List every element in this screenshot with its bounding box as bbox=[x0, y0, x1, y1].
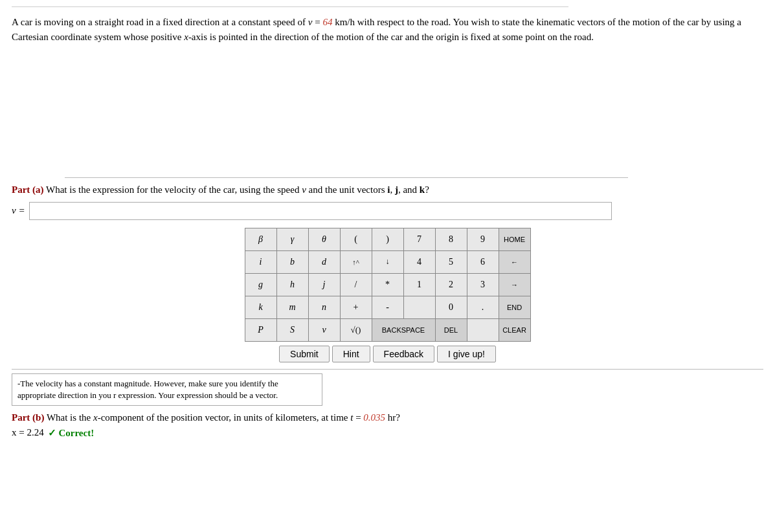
part-b-text: What is the x-component of the position … bbox=[47, 412, 400, 423]
key-d[interactable]: d bbox=[309, 251, 340, 273]
t-value: 0.035 bbox=[363, 412, 385, 423]
key-backspace-arrow[interactable]: ← bbox=[499, 251, 530, 273]
key-5[interactable]: 5 bbox=[436, 251, 467, 273]
keyboard-area: β γ θ ( ) 7 8 9 HOME i b d ↑^ ↓ 4 5 6 ← … bbox=[0, 225, 775, 366]
key-i[interactable]: i bbox=[245, 251, 276, 273]
problem-text: A car is moving on a straight road in a … bbox=[0, 7, 775, 50]
key-del[interactable]: DEL bbox=[436, 319, 467, 341]
key-0[interactable]: 0 bbox=[436, 296, 467, 318]
key-decimal[interactable]: . bbox=[467, 296, 499, 318]
v-equals-label: v = bbox=[12, 205, 25, 216]
key-k[interactable]: k bbox=[245, 296, 276, 318]
part-b-label: Part (b) bbox=[12, 412, 44, 423]
give-up-button[interactable]: I give up! bbox=[437, 346, 496, 362]
key-backspace[interactable]: BACKSPACE bbox=[372, 319, 435, 341]
speed-value: 64 bbox=[322, 17, 332, 27]
feedback-button[interactable]: Feedback bbox=[373, 346, 434, 362]
answer-b-value: x = 2.24 bbox=[12, 427, 44, 438]
bottom-divider bbox=[12, 369, 763, 370]
part-a-text: What is the expression for the velocity … bbox=[46, 184, 429, 195]
answer-b-row: x = 2.24 ✓ Correct! bbox=[0, 426, 775, 444]
key-open-paren[interactable]: ( bbox=[341, 228, 372, 250]
part-b-question: Part (b) What is the x-component of the … bbox=[0, 410, 775, 426]
key-empty-2 bbox=[467, 319, 499, 341]
key-minus[interactable]: - bbox=[372, 296, 403, 318]
key-divide[interactable]: / bbox=[341, 274, 372, 296]
velocity-answer-input[interactable] bbox=[29, 202, 612, 220]
key-forward-arrow[interactable]: → bbox=[499, 274, 530, 296]
keyboard-grid: β γ θ ( ) 7 8 9 HOME i b d ↑^ ↓ 4 5 6 ← … bbox=[245, 228, 531, 342]
key-j[interactable]: j bbox=[309, 274, 340, 296]
key-theta[interactable]: θ bbox=[309, 228, 340, 250]
section-divider bbox=[65, 177, 628, 178]
key-empty-1 bbox=[404, 296, 435, 318]
key-sqrt[interactable]: √() bbox=[341, 319, 372, 341]
key-up-caret[interactable]: ↑^ bbox=[341, 251, 372, 273]
key-beta[interactable]: β bbox=[245, 228, 276, 250]
key-n[interactable]: n bbox=[309, 296, 340, 318]
key-b[interactable]: b bbox=[277, 251, 308, 273]
key-m[interactable]: m bbox=[277, 296, 308, 318]
key-g[interactable]: g bbox=[245, 274, 276, 296]
key-9[interactable]: 9 bbox=[467, 228, 499, 250]
submit-button[interactable]: Submit bbox=[279, 346, 330, 362]
key-down-arrow[interactable]: ↓ bbox=[372, 251, 403, 273]
key-6[interactable]: 6 bbox=[467, 251, 499, 273]
key-clear[interactable]: CLEAR bbox=[499, 319, 530, 341]
part-a-label: Part (a) bbox=[12, 184, 44, 195]
hint-button[interactable]: Hint bbox=[332, 346, 370, 362]
correct-label: ✓ Correct! bbox=[48, 427, 94, 439]
key-2[interactable]: 2 bbox=[436, 274, 467, 296]
key-3[interactable]: 3 bbox=[467, 274, 499, 296]
key-home[interactable]: HOME bbox=[499, 228, 530, 250]
key-1[interactable]: 1 bbox=[404, 274, 435, 296]
key-h[interactable]: h bbox=[277, 274, 308, 296]
key-plus[interactable]: + bbox=[341, 296, 372, 318]
action-buttons-row: Submit Hint Feedback I give up! bbox=[279, 346, 496, 362]
key-S[interactable]: S bbox=[277, 319, 308, 341]
part-a-question: Part (a) What is the expression for the … bbox=[0, 181, 775, 199]
key-v[interactable]: v bbox=[309, 319, 340, 341]
key-multiply[interactable]: * bbox=[372, 274, 403, 296]
hint-box: -The velocity has a constant magnitude. … bbox=[12, 373, 322, 406]
key-4[interactable]: 4 bbox=[404, 251, 435, 273]
key-P[interactable]: P bbox=[245, 319, 276, 341]
problem-intro: A car is moving on a straight road in a … bbox=[12, 17, 741, 42]
key-close-paren[interactable]: ) bbox=[372, 228, 403, 250]
key-end[interactable]: END bbox=[499, 296, 530, 318]
key-8[interactable]: 8 bbox=[436, 228, 467, 250]
key-7[interactable]: 7 bbox=[404, 228, 435, 250]
key-gamma[interactable]: γ bbox=[277, 228, 308, 250]
velocity-input-row: v = bbox=[0, 199, 775, 225]
